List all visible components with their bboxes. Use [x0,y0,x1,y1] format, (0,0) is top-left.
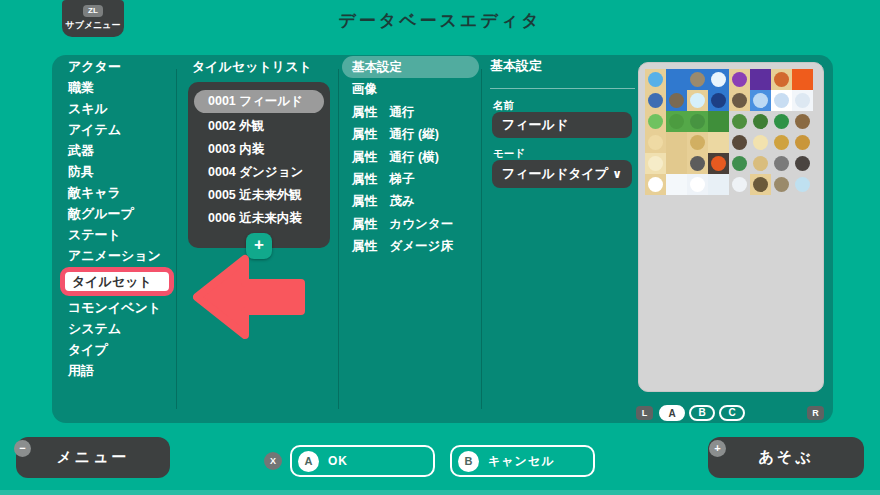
tile-detail [732,72,747,87]
page-title: データベースエディタ [0,9,880,32]
preview-tab-a[interactable]: A [659,405,685,421]
sidebar-item-2[interactable]: 職業 [68,77,174,98]
sidebar-item-3[interactable]: スキル [68,98,174,119]
settings-menu-item-5[interactable]: 属性 通行 (横) [342,146,479,168]
tile-detail [648,156,663,171]
tile-detail [732,177,747,192]
settings-menu-item-7[interactable]: 属性 茂み [342,190,479,212]
tile [666,69,687,90]
tile [729,132,750,153]
sidebar-item-6[interactable]: 防具 [68,161,174,182]
tileset-preview[interactable] [638,62,824,392]
tileset-list-item-3[interactable]: 0003 内装 [188,138,330,161]
settings-menu-item-8[interactable]: 属性 カウンター [342,213,479,235]
mode-label: モード [493,147,525,161]
settings-menu-item-1[interactable]: 基本設定 [342,56,479,78]
sidebar-item-1[interactable]: アクター [68,56,174,77]
tile-detail [753,135,768,150]
tile-detail [648,135,663,150]
tile [771,69,792,90]
mode-select[interactable]: フィールドタイプ ∨ [492,160,632,188]
mode-select-value: フィールドタイプ [502,165,608,183]
sidebar-item-5[interactable]: 武器 [68,140,174,161]
tile [771,132,792,153]
tile-detail [795,93,810,108]
sidebar-item-label: アニメーション [68,247,161,265]
settings-menu-item-6[interactable]: 属性 梯子 [342,168,479,190]
tile-detail [795,177,810,192]
minus-key-icon: − [14,440,31,457]
sidebar-item-10[interactable]: アニメーション [68,245,174,266]
tile-detail [690,156,705,171]
tile [687,69,708,90]
tile [708,90,729,111]
name-input[interactable]: フィールド [492,112,632,138]
sidebar-item-14[interactable]: タイプ [68,339,174,360]
sidebar-item-4[interactable]: アイテム [68,119,174,140]
settings-menu: 基本設定画像属性 通行属性 通行 (縦)属性 通行 (横)属性 梯子属性 茂み属… [342,56,479,258]
tile [708,174,729,195]
tileset-list-header: タイルセットリスト [192,56,312,77]
settings-menu-item-9[interactable]: 属性 ダメージ床 [342,235,479,257]
chevron-down-icon: ∨ [612,167,622,181]
settings-menu-item-4[interactable]: 属性 通行 (縦) [342,123,479,145]
preview-tab-c[interactable]: C [719,405,745,421]
tile-detail [774,177,789,192]
tile [687,90,708,111]
tileset-list-item-1[interactable]: 0001 フィールド [194,90,324,113]
tile [687,174,708,195]
sidebar-item-11[interactable]: タイルセット [60,266,174,297]
sidebar-item-label: システム [68,320,121,338]
tile [666,174,687,195]
sidebar-item-7[interactable]: 敵キャラ [68,182,174,203]
tileset-list-item-6[interactable]: 0006 近未来内装 [188,207,330,230]
ok-button[interactable]: A OK [290,445,435,477]
tile-detail [774,156,789,171]
sidebar-item-13[interactable]: システム [68,318,174,339]
tile [687,111,708,132]
database-editor-screen: ZL サブメニュー データベースエディタ アクター職業スキルアイテム武器防具敵キ… [0,0,880,495]
sidebar-item-15[interactable]: 用語 [68,360,174,381]
tile [792,69,813,90]
tileset-list-item-2[interactable]: 0002 外観 [188,115,330,138]
tile [792,174,813,195]
tileset-list-item-5[interactable]: 0005 近未来外観 [188,184,330,207]
r-shoulder-key-icon[interactable]: R [807,406,824,420]
sidebar-item-label: タイルセット [60,267,174,296]
tile-detail [690,135,705,150]
tile-detail [795,135,810,150]
sidebar-item-8[interactable]: 敵グループ [68,203,174,224]
tile [708,132,729,153]
tile-detail [648,93,663,108]
tile-detail [795,156,810,171]
settings-menu-item-2[interactable]: 画像 [342,78,479,100]
preview-tab-b[interactable]: B [689,405,715,421]
sidebar-item-9[interactable]: ステート [68,224,174,245]
tile-detail [711,72,726,87]
tile-detail [732,156,747,171]
annotation-arrow-icon [193,254,305,340]
tile [666,90,687,111]
play-button[interactable]: + あそぶ [708,437,864,478]
tile-detail [669,93,684,108]
tileset-list-item-4[interactable]: 0004 ダンジョン [188,161,330,184]
column-divider [176,69,177,409]
tile-detail [753,156,768,171]
tile-detail [648,177,663,192]
settings-menu-item-3[interactable]: 属性 通行 [342,101,479,123]
tile [771,111,792,132]
tile [729,174,750,195]
tile [750,174,771,195]
tile [687,153,708,174]
tile [708,69,729,90]
l-shoulder-key-icon[interactable]: L [636,406,653,420]
menu-button[interactable]: − メニュー [16,437,170,478]
screen-bottom-edge [0,490,880,495]
tile [708,111,729,132]
sidebar-item-12[interactable]: コモンイベント [68,297,174,318]
tile-detail [732,93,747,108]
ok-button-label: OK [328,454,348,468]
tile-detail [753,93,768,108]
cancel-button[interactable]: B キャンセル [450,445,595,477]
tileset-list-panel: 0001 フィールド0002 外観0003 内装0004 ダンジョン0005 近… [188,82,330,248]
